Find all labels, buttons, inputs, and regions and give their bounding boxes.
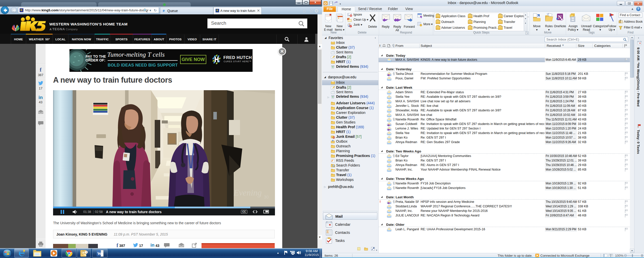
svg-text:W: W bbox=[97, 251, 101, 256]
svg-text:Evening: Evening bbox=[233, 188, 262, 197]
svg-text:O: O bbox=[324, 2, 327, 5]
svg-text:30: 30 bbox=[264, 195, 269, 200]
